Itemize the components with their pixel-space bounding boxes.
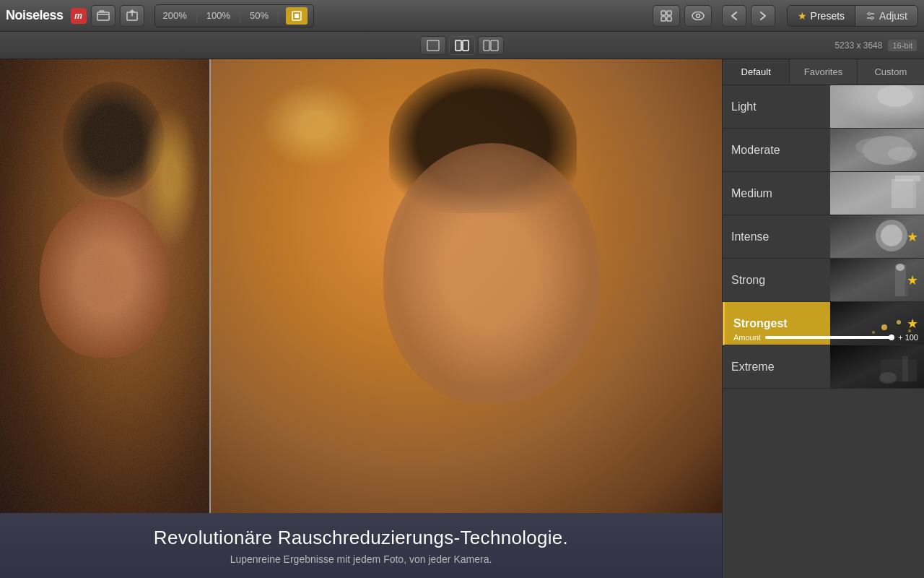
tab-custom[interactable]: Custom (858, 59, 924, 85)
caption-main-text: Revolutionäre Rauschreduzierungs-Technol… (154, 527, 568, 549)
presets-button[interactable]: ★ Presets (788, 6, 855, 26)
svg-rect-47 (902, 356, 908, 381)
view-mode-split[interactable] (449, 36, 475, 55)
svg-rect-5 (667, 11, 671, 15)
svg-point-27 (888, 147, 917, 161)
preset-strongest-label: Strongest (733, 317, 788, 330)
view-mode-single-right[interactable] (478, 36, 504, 55)
svg-rect-15 (456, 40, 461, 51)
app-title: Noiseless (6, 8, 64, 23)
svg-rect-31 (913, 179, 916, 208)
photo-container (0, 59, 722, 513)
preset-medium[interactable]: Medium (723, 172, 924, 215)
amount-label: Amount (733, 333, 761, 342)
open-button[interactable] (91, 5, 116, 27)
preview-button[interactable] (684, 5, 712, 27)
svg-rect-17 (484, 40, 489, 51)
bit-depth-badge: 16-bit (888, 40, 917, 51)
zoom-50-button[interactable]: 50% (248, 10, 271, 21)
svg-rect-3 (295, 14, 299, 18)
preset-moderate[interactable]: Moderate (723, 129, 924, 172)
preset-moderate-thumbnail (830, 129, 924, 171)
preset-light-thumbnail (830, 85, 924, 128)
preset-intense-label: Intense (731, 230, 769, 243)
secondary-toolbar: 5233 x 3648 16-bit (0, 32, 924, 59)
amount-fill (765, 336, 894, 339)
svg-point-46 (879, 372, 897, 384)
bg-glow-left (141, 105, 199, 249)
image-size: 5233 x 3648 (834, 40, 882, 51)
zoom-100-button[interactable]: 100% (204, 10, 232, 21)
svg-rect-7 (667, 17, 671, 21)
svg-point-8 (692, 12, 704, 20)
preset-strongest-star: ★ (907, 316, 918, 332)
zoom-separator (196, 9, 197, 23)
svg-point-11 (868, 12, 871, 15)
grid-view-button[interactable] (653, 5, 680, 27)
split-divider[interactable] (209, 59, 211, 513)
preset-medium-label: Medium (731, 187, 772, 200)
preset-extreme-label: Extreme (731, 361, 775, 374)
amount-row: Amount + 100 (733, 333, 918, 342)
svg-rect-29 (892, 179, 913, 208)
preset-intense-star: ★ (907, 229, 918, 245)
woman-face-shape (383, 143, 600, 403)
amount-handle (889, 335, 894, 340)
photo-left-panel (0, 59, 209, 513)
preset-list: Light (723, 85, 924, 578)
adjust-label: Adjust (879, 10, 907, 22)
fit-button[interactable] (286, 7, 308, 25)
presets-label: Presets (811, 10, 845, 22)
svg-rect-4 (661, 11, 666, 15)
view-mode-single-left[interactable] (420, 36, 446, 55)
image-info: 5233 x 3648 16-bit (834, 40, 917, 51)
presets-adjust-toggle: ★ Presets Adjust (787, 5, 918, 27)
preset-moderate-label: Moderate (731, 144, 780, 157)
bg-glow-right (261, 82, 369, 168)
preset-intense[interactable]: Intense (723, 215, 924, 259)
export-button[interactable] (120, 5, 144, 27)
preset-light[interactable]: Light (723, 85, 924, 129)
preset-strong[interactable]: Strong (723, 259, 924, 302)
star-icon: ★ (798, 10, 807, 22)
sidebar-tabs: Default Favorites Custom (723, 59, 924, 85)
amount-value: + 100 (898, 333, 918, 342)
preset-light-label: Light (731, 100, 757, 113)
preset-strong-label: Strong (731, 274, 765, 287)
svg-rect-14 (427, 40, 439, 51)
svg-point-37 (896, 264, 905, 271)
preset-strongest[interactable]: Strongest (723, 302, 924, 345)
tab-default[interactable]: Default (723, 59, 790, 85)
preset-extreme[interactable]: Extreme (723, 345, 924, 389)
photo-right-panel (209, 59, 722, 513)
forward-button[interactable] (751, 5, 775, 27)
sidebar: Default Favorites Custom Light (722, 59, 924, 578)
svg-rect-18 (491, 40, 498, 51)
m-badge: m (71, 8, 87, 24)
svg-rect-30 (895, 176, 920, 181)
main-area: Revolutionäre Rauschreduzierungs-Technol… (0, 59, 924, 578)
svg-rect-6 (661, 17, 666, 21)
main-toolbar: Noiseless m 200% 100% 50% (0, 0, 924, 32)
svg-point-41 (897, 320, 901, 324)
sliders-icon (866, 11, 876, 21)
amount-slider[interactable] (765, 336, 894, 339)
svg-rect-16 (463, 40, 468, 51)
svg-point-13 (871, 17, 873, 20)
zoom-separator-2 (240, 9, 240, 23)
svg-rect-0 (97, 12, 109, 20)
caption-sub-text: Lupenreine Ergebnisse mit jedem Foto, vo… (230, 553, 492, 565)
tab-favorites[interactable]: Favorites (790, 59, 857, 85)
svg-point-40 (881, 324, 887, 330)
svg-point-26 (855, 138, 892, 155)
zoom-controls: 200% 100% 50% (154, 4, 315, 27)
adjust-button[interactable]: Adjust (855, 6, 918, 26)
svg-point-9 (696, 14, 699, 17)
canvas-area: Revolutionäre Rauschreduzierungs-Technol… (0, 59, 722, 578)
preset-strong-star: ★ (907, 272, 918, 288)
back-button[interactable] (722, 5, 746, 27)
zoom-200-button[interactable]: 200% (161, 10, 189, 21)
zoom-separator-3 (278, 9, 279, 23)
caption-bar: Revolutionäre Rauschreduzierungs-Technol… (0, 513, 722, 578)
preset-medium-thumbnail (830, 172, 924, 215)
